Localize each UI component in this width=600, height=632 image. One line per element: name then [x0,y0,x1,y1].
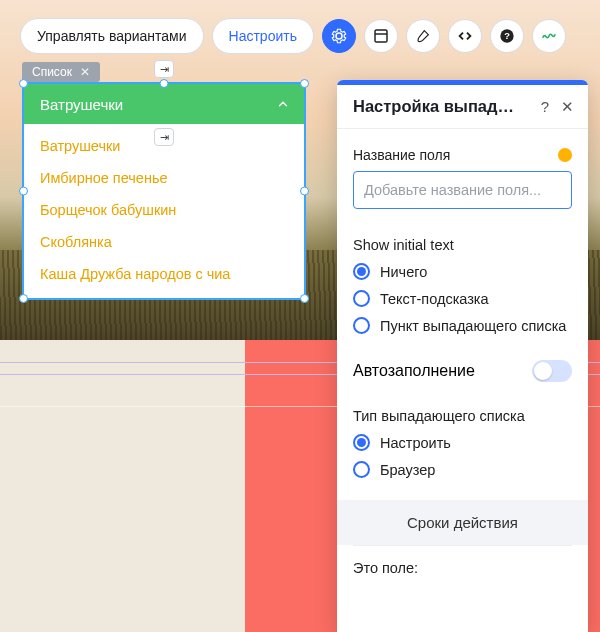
close-icon[interactable]: ✕ [561,98,574,116]
radio-type-browser[interactable]: Браузер [353,461,572,478]
dropdown-type-title: Тип выпадающего списка [353,408,572,424]
svg-text:?: ? [504,31,510,41]
manage-variants-button[interactable]: Управлять вариантами [20,18,204,54]
dropdown-options: Ватрушечки Имбирное печенье Борщечок баб… [24,124,304,298]
editor-stage: Управлять вариантами Настроить ? Список … [0,0,600,632]
help-icon[interactable]: ? [541,98,549,115]
code-icon[interactable] [448,19,482,53]
attach-bottom-icon[interactable]: ⇥ [154,128,174,146]
dropdown-selected-text: Ватрушечки [40,96,123,113]
dropdown-option[interactable]: Каша Дружба народов с чиа [24,258,304,290]
resize-handle[interactable] [160,79,169,88]
resize-handle[interactable] [19,294,28,303]
help-icon[interactable]: ? [490,19,524,53]
toolbar: Управлять вариантами Настроить ? [20,18,566,54]
gear-icon[interactable] [322,19,356,53]
attach-top-icon[interactable]: ⇥ [154,60,174,78]
configure-button[interactable]: Настроить [212,18,314,54]
resize-handle[interactable] [19,79,28,88]
dropdown-element[interactable]: ⇥ Ватрушечки ⇥ Ватрушечки Имбирное печен… [22,82,306,300]
element-type-label: Список [32,65,72,79]
radio-show-initial-item[interactable]: Пункт выпадающего списка [353,317,572,334]
brush-icon[interactable] [406,19,440,53]
field-name-label: Название поля [353,147,450,163]
panel-body: Название поля Show initial text Ничего Т… [337,129,588,632]
resize-handle[interactable] [300,294,309,303]
dropdown-option[interactable]: Борщечок бабушкин [24,194,304,226]
canvas-bg-cream [0,340,245,632]
dropdown-header[interactable]: Ватрушечки [24,84,304,124]
dropdown-option[interactable]: Имбирное печенье [24,162,304,194]
resize-handle[interactable] [300,187,309,196]
radio-type-custom[interactable]: Настроить [353,434,572,451]
autofill-label: Автозаполнение [353,362,475,380]
radio-show-initial-placeholder[interactable]: Текст-подсказка [353,290,572,307]
this-field-label: Это поле: [353,546,572,576]
settings-panel: Настройка выпадаю... ? ✕ Название поля S… [337,80,588,632]
squiggle-icon[interactable] [532,19,566,53]
resize-handle[interactable] [19,187,28,196]
show-initial-title: Show initial text [353,237,572,253]
info-icon[interactable] [558,148,572,162]
resize-handle[interactable] [300,79,309,88]
panel-header: Настройка выпадаю... ? ✕ [337,85,588,128]
validity-button[interactable]: Сроки действия [337,500,588,545]
chevron-up-icon [276,97,290,111]
dropdown-option[interactable]: Скоблянка [24,226,304,258]
radio-show-initial-none[interactable]: Ничего [353,263,572,280]
panel-title: Настройка выпадаю... [353,97,523,116]
element-type-chip[interactable]: Список ✕ [22,62,100,82]
field-name-input[interactable] [353,171,572,209]
svg-rect-0 [375,30,387,42]
close-icon[interactable]: ✕ [80,65,90,79]
layout-icon[interactable] [364,19,398,53]
autofill-toggle[interactable] [532,360,572,382]
